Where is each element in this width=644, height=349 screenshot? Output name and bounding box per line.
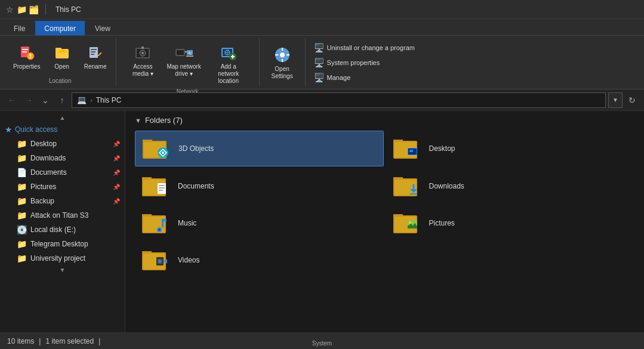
file-explorer-icon[interactable]: 📁 — [17, 5, 26, 14]
folder-documents[interactable]: Documents — [135, 169, 384, 203]
access-media-button[interactable]: Accessmedia ▾ — [125, 41, 161, 80]
quick-access-label: Quick access — [15, 125, 57, 134]
ribbon-tabs: File Computer View — [0, 19, 644, 36]
address-input[interactable]: 💻 › This PC — [72, 92, 606, 108]
system-properties-icon: 🖥️ — [314, 57, 325, 68]
scroll-up-button[interactable]: ▲ — [0, 113, 125, 122]
sidebar-item-local-disk[interactable]: 💽 Local disk (E:) — [0, 223, 125, 237]
status-separator-2: | — [98, 337, 100, 345]
access-media-icon — [133, 43, 152, 62]
downloads-folder-icon: 📁 — [17, 153, 27, 163]
ribbon-group-location: Properties Open — [5, 38, 116, 87]
sidebar-item-downloads[interactable]: 📁 Downloads 📌 — [0, 151, 125, 165]
pictures-pin-icon: 📌 — [113, 184, 120, 190]
folder-videos[interactable]: Videos — [135, 243, 384, 277]
music-icon — [142, 211, 171, 236]
back-button[interactable]: ← — [5, 93, 19, 107]
music-folder-label: Music — [178, 219, 196, 227]
sidebar-item-telegram[interactable]: 📁 Telegram Desktop — [0, 237, 125, 251]
location-buttons: Properties Open — [10, 41, 111, 76]
sidebar-telegram-label: Telegram Desktop — [30, 240, 88, 248]
3d-objects-label: 3D Objects — [178, 144, 214, 153]
quick-access-star: ★ — [5, 125, 13, 134]
open-settings-label: OpenSettings — [272, 66, 293, 80]
svg-rect-5 — [30, 57, 31, 58]
svg-rect-37 — [286, 54, 289, 55]
map-network-drive-button[interactable]: E: Map networkdrive ▾ — [163, 41, 204, 80]
sidebar-item-documents[interactable]: 📄 Documents 📌 — [0, 165, 125, 180]
svg-rect-17 — [141, 47, 144, 49]
sidebar: ▲ ★ Quick access 📁 Desktop 📌 📁 Downloads… — [0, 111, 125, 332]
backup-folder-icon: 📁 — [17, 196, 27, 206]
folder-desktop[interactable]: Desktop — [386, 131, 635, 166]
svg-rect-48 — [409, 150, 413, 152]
svg-rect-23 — [186, 55, 193, 57]
main-content: ▲ ★ Quick access 📁 Desktop 📌 📁 Downloads… — [0, 111, 644, 332]
tab-view[interactable]: View — [86, 21, 119, 35]
forward-button[interactable]: → — [21, 93, 36, 107]
svg-rect-7 — [56, 48, 61, 50]
rename-icon — [86, 43, 105, 62]
sidebar-item-desktop[interactable]: 📁 Desktop 📌 — [0, 137, 125, 151]
sidebar-item-attack-on-titan[interactable]: 📁 Attack on Titan S3 — [0, 208, 125, 223]
tab-file[interactable]: File — [5, 21, 34, 35]
address-dropdown-button[interactable]: ▼ — [608, 92, 623, 108]
expand-button[interactable]: ⌄ — [38, 93, 53, 107]
open-settings-button[interactable]: OpenSettings — [267, 43, 298, 82]
folders-grid: 3D Objects Desktop — [135, 131, 634, 277]
desktop-folder-icon: 📁 — [17, 139, 27, 149]
location-label: Location — [49, 78, 72, 84]
selected-count: 1 item selected — [45, 337, 94, 345]
tab-computer[interactable]: Computer — [35, 21, 85, 35]
sidebar-item-backup[interactable]: 📁 Backup 📌 — [0, 194, 125, 208]
open-label: Open — [54, 63, 69, 70]
open-settings-icon — [273, 45, 292, 64]
svg-rect-4 — [30, 54, 31, 57]
svg-rect-10 — [91, 51, 95, 52]
manage-button[interactable]: 🖥️ Manage — [310, 70, 418, 85]
system-label: System — [312, 340, 332, 347]
uninstall-program-button[interactable]: 🖥️ Uninstall or change a program — [310, 41, 418, 55]
network-buttons: Accessmedia ▾ E: Map networkdrive ▾ — [125, 41, 249, 87]
3d-objects-icon — [143, 136, 171, 161]
add-network-location-icon — [219, 43, 238, 62]
folder-pictures[interactable]: Pictures — [386, 206, 635, 240]
rename-button[interactable]: Rename — [80, 41, 111, 73]
folder-3d-objects[interactable]: 3D Objects — [135, 131, 384, 166]
svg-rect-12 — [97, 52, 101, 56]
scroll-down-button[interactable]: ▼ — [0, 265, 125, 274]
path-chevron: › — [90, 97, 93, 104]
documents-folder-icon: 📄 — [17, 168, 27, 177]
folders-section-header: ▼ Folders (7) — [135, 116, 634, 125]
svg-point-33 — [280, 52, 285, 57]
local-disk-icon: 💽 — [17, 225, 27, 234]
svg-text:E:: E: — [189, 51, 192, 55]
access-media-label: Accessmedia ▾ — [133, 63, 153, 78]
folder-icon[interactable]: 🗂️ — [29, 5, 38, 14]
pictures-icon — [393, 211, 422, 236]
videos-folder-label: Videos — [178, 256, 199, 264]
pictures-folder-icon: 📁 — [17, 182, 27, 192]
folder-music[interactable]: Music — [135, 206, 384, 240]
university-folder-icon: 📁 — [17, 254, 27, 263]
uninstall-program-label: Uninstall or change a program — [327, 44, 415, 51]
map-network-drive-icon: E: — [174, 43, 193, 62]
open-button[interactable]: Open — [47, 41, 78, 73]
sidebar-item-university[interactable]: 📁 University project — [0, 251, 125, 265]
folder-downloads[interactable]: Downloads — [386, 169, 635, 203]
svg-rect-9 — [91, 49, 97, 50]
add-network-location-button[interactable]: Add a networklocation — [207, 41, 250, 87]
section-chevron-icon: ▼ — [135, 117, 141, 124]
ribbon-group-network: Accessmedia ▾ E: Map networkdrive ▾ — [116, 38, 260, 87]
up-button[interactable]: ↑ — [55, 93, 69, 107]
quick-access-header[interactable]: ★ Quick access — [0, 122, 125, 137]
system-properties-button[interactable]: 🖥️ System properties — [310, 55, 418, 70]
downloads-icon — [393, 174, 422, 199]
quick-access-icon[interactable]: ☆ — [5, 5, 14, 14]
manage-icon: 🖥️ — [314, 72, 325, 83]
title-bar-separator — [45, 4, 46, 15]
refresh-button[interactable]: ↻ — [625, 93, 639, 107]
sidebar-item-pictures[interactable]: 📁 Pictures 📌 — [0, 180, 125, 194]
desktop-folder-label: Desktop — [429, 144, 455, 153]
properties-button[interactable]: Properties — [10, 41, 44, 73]
